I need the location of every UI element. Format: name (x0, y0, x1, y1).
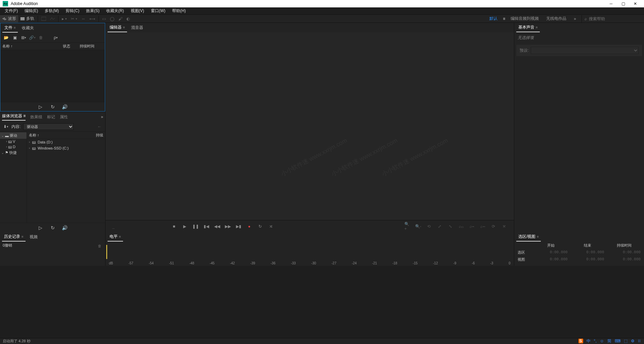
workspace-more[interactable]: » (572, 16, 578, 22)
sel-start[interactable]: 0:00.000 (534, 250, 568, 255)
import-file-icon[interactable]: ▣ (12, 35, 18, 41)
tree-volume-d[interactable]: ›🖴 D (0, 144, 27, 149)
view-multitrack-button[interactable]: 多轨 (18, 15, 36, 23)
tool-spectral-frequency[interactable] (39, 15, 48, 23)
maximize-button[interactable]: ▢ (617, 0, 629, 7)
menu-multitrack[interactable]: 多轨(M) (41, 7, 62, 14)
tab-level[interactable]: 电平 ≡ (108, 232, 123, 242)
workspace-default[interactable]: 默认 (487, 15, 499, 22)
menu-edit[interactable]: 编辑(E) (21, 7, 41, 14)
ime-menu[interactable]: ⁞⁞ (638, 339, 641, 343)
skip-selection-button[interactable]: ⤭ (268, 223, 274, 229)
close-button[interactable]: ✕ (629, 0, 641, 7)
tab-essential-sound[interactable]: 基本声音 ≡ (516, 23, 540, 32)
workspace-edit-to-video[interactable]: 编辑音频到视频 (509, 15, 541, 22)
menu-view[interactable]: 视图(V) (127, 7, 148, 14)
tool-time-selection[interactable]: ⟷ (87, 15, 97, 23)
tool-spectral-pitch[interactable] (48, 15, 57, 23)
play-preview-icon[interactable]: ▷ (38, 104, 44, 110)
col-duration[interactable]: 持续时间 (80, 44, 94, 49)
tab-favorites[interactable]: 收藏夹 (20, 24, 36, 32)
view-end[interactable]: 0:00.000 (571, 257, 604, 262)
next-button[interactable]: ▶▮ (236, 223, 242, 229)
media-loop-icon[interactable]: ↻ (50, 225, 56, 231)
ime-softkey[interactable]: ⬚ (624, 339, 628, 343)
menu-file[interactable]: 文件(F) (1, 7, 21, 14)
drive-row-data[interactable]: ›🖴 Data (D:) (27, 139, 105, 145)
ime-settings[interactable]: ⚙ (631, 339, 635, 343)
tabs-overflow[interactable]: » (101, 115, 103, 119)
delete-history-icon[interactable]: 🗑 (96, 243, 103, 249)
tab-editor[interactable]: 编辑器 ≡ (108, 23, 127, 32)
new-file-icon[interactable]: ⊞▾ (21, 35, 27, 41)
search-help-input[interactable] (589, 16, 636, 21)
autoplay-icon[interactable]: 🔊 (62, 104, 68, 110)
tab-markers[interactable]: 标记 (47, 114, 55, 120)
tool-marquee[interactable]: ▭ (100, 15, 108, 23)
view-dur[interactable]: 0:00.000 (607, 257, 641, 262)
menu-window[interactable]: 窗口(W) (148, 7, 169, 14)
zoom-in-icon[interactable]: 🔍+ (404, 223, 410, 229)
zoom-out-vert-icon[interactable]: ⤡ (447, 223, 453, 229)
zoom-to-selection-icon[interactable]: ⌕▭ (458, 223, 464, 229)
tool-lasso[interactable]: ◯ (108, 15, 116, 23)
view-start[interactable]: 0:00.000 (534, 257, 568, 262)
loop-button[interactable]: ↻ (257, 223, 263, 229)
nav-back-icon[interactable]: ← (96, 124, 103, 130)
zoom-out-point-icon[interactable]: ⌕↤ (480, 223, 486, 229)
level-meter[interactable]: dB-57-54-51-48-45-42-39-36-33-30-27-24-2… (106, 242, 514, 266)
tab-video[interactable]: 视频 (28, 233, 40, 241)
workspace-default-menu[interactable]: ≡ (503, 16, 505, 21)
zoom-all-icon[interactable]: ⤧ (501, 223, 507, 229)
play-button[interactable]: ▶ (182, 223, 188, 229)
rewind-button[interactable]: ◀◀ (214, 223, 220, 229)
col-status[interactable]: 状态 (63, 44, 80, 49)
pause-button[interactable]: ❚❚ (193, 223, 199, 229)
loop-preview-icon[interactable]: ↻ (50, 104, 56, 110)
editor-body[interactable]: 小小软件迷 www.xxrjm.com 小小软件迷 www.xxrjm.com … (106, 32, 514, 220)
menu-help[interactable]: 帮助(H) (169, 7, 189, 14)
stop-button[interactable]: ■ (171, 223, 177, 229)
zoom-in-point-icon[interactable]: ⌕↦ (469, 223, 475, 229)
delete-icon[interactable]: 🗑 (38, 35, 44, 41)
tab-effects-group[interactable]: 效果组 (30, 114, 42, 120)
tool-spot-heal[interactable]: ◐ (124, 15, 132, 23)
tool-move[interactable]: ▸▾ (60, 15, 69, 23)
zoom-in-vert-icon[interactable]: ⤢ (437, 223, 443, 229)
filter-icon[interactable]: ρ▾ (53, 35, 59, 41)
media-play-icon[interactable]: ▷ (38, 225, 44, 231)
tab-file-menu[interactable]: ≡ (14, 26, 16, 30)
menu-favorites[interactable]: 收藏夹(R) (103, 7, 127, 14)
menu-effects[interactable]: 效果(S) (83, 7, 103, 14)
zoom-reset-icon[interactable]: ⟲ (426, 223, 432, 229)
ime-keyboard[interactable]: ⌨ (615, 339, 620, 343)
forward-button[interactable]: ▶▶ (225, 223, 231, 229)
workspace-radio[interactable]: 无线电作品 (544, 15, 568, 22)
tab-history[interactable]: 历史记录 ≡ (2, 232, 26, 242)
zoom-full-icon[interactable]: ⟳ (490, 223, 496, 229)
sogou-icon[interactable]: S (578, 339, 583, 343)
record-button[interactable]: ● (246, 223, 252, 229)
media-col-duration[interactable]: 持续 (96, 133, 103, 138)
sel-end[interactable]: 0:00.000 (571, 250, 604, 255)
menu-clip[interactable]: 剪辑(C) (62, 7, 83, 14)
preset-select[interactable] (531, 47, 639, 54)
prev-button[interactable]: ▮◀ (203, 223, 209, 229)
tree-shortcuts[interactable]: ⌄⚑ 快捷 (0, 149, 27, 156)
tool-slip[interactable]: ↔ (79, 15, 87, 23)
zoom-out-icon[interactable]: 🔍- (415, 223, 421, 229)
view-waveform-button[interactable]: 波形 (0, 15, 18, 23)
tree-volume-v[interactable]: ›🖴 V (0, 139, 27, 144)
tab-selection-view[interactable]: 选区/视图 ≡ (516, 232, 541, 242)
tab-file[interactable]: 文件 ≡ (2, 24, 18, 33)
import-to-panel-icon[interactable]: ⬇▾ (3, 124, 9, 130)
open-file-icon[interactable]: 📂 (3, 35, 9, 41)
sel-dur[interactable]: 0:00.000 (607, 250, 641, 255)
media-col-name[interactable]: 名称 ↑ (29, 133, 96, 138)
col-name[interactable]: 名称 ↑ (2, 44, 63, 49)
drive-row-windows[interactable]: ›🖴 Windows-SSD (C:) (27, 145, 105, 151)
minimize-button[interactable]: ─ (605, 0, 617, 7)
tab-properties[interactable]: 属性 (60, 114, 68, 120)
media-autoplay-icon[interactable]: 🔊 (62, 225, 68, 231)
ime-emoji[interactable]: ☺ (600, 339, 604, 343)
